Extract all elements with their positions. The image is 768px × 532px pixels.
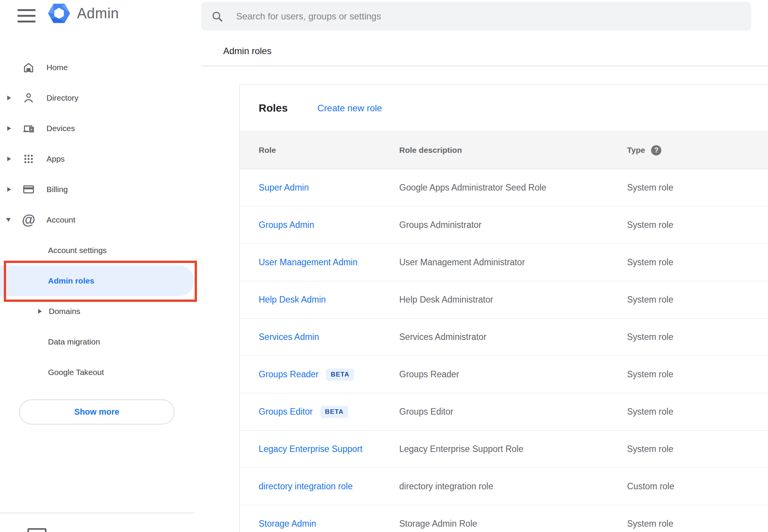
caret-right-icon[interactable] — [7, 187, 11, 192]
sidebar-item-label: Directory — [46, 93, 78, 103]
product-name: Admin — [77, 5, 119, 22]
sidebar-item-apps[interactable]: Apps — [0, 144, 202, 174]
sidebar-item-label: Apps — [46, 154, 65, 163]
directory-person-icon — [22, 91, 35, 105]
caret-right-icon[interactable] — [7, 157, 11, 161]
devices-icon — [22, 122, 35, 135]
column-header-type-label: Type — [627, 146, 645, 155]
role-description: Help Desk Administrator — [399, 295, 627, 305]
menu-bar — [18, 9, 35, 11]
sidebar-item-label: Billing — [46, 185, 68, 194]
admin-hexagon-icon — [48, 2, 70, 24]
table-body: Super AdminGoogle Apps Administrator See… — [240, 169, 768, 532]
sidebar-item-directory[interactable]: Directory — [0, 83, 202, 113]
admin-logo[interactable]: Admin — [48, 2, 119, 24]
table-row: Groups ReaderBETAGroups ReaderSystem rol… — [240, 356, 768, 393]
search-input[interactable] — [235, 11, 741, 22]
help-icon[interactable]: ? — [651, 145, 661, 155]
partial-bottom-icon — [27, 528, 46, 532]
role-link[interactable]: Legacy Enterprise Support — [259, 444, 362, 454]
role-description: Google Apps Administrator Seed Role — [399, 183, 627, 193]
table-row: Services AdminServices AdministratorSyst… — [240, 319, 768, 356]
menu-icon[interactable] — [18, 9, 35, 23]
sidebar-item-label: Google Takeout — [48, 368, 104, 377]
role-cell: Storage Admin — [259, 519, 399, 529]
table-row: Storage AdminStorage Admin RoleSystem ro… — [240, 505, 768, 532]
role-description: User Management Administrator — [399, 257, 627, 268]
role-cell: Groups Admin — [259, 220, 399, 230]
role-link[interactable]: Groups Admin — [259, 220, 314, 230]
role-type: System role — [627, 183, 768, 193]
role-description: Groups Editor — [399, 407, 627, 417]
apps-grid-icon — [22, 152, 35, 166]
sidebar-item-label: Account settings — [48, 246, 107, 255]
search-icon — [211, 10, 223, 22]
header-divider — [201, 66, 768, 66]
role-cell: Services Admin — [259, 332, 399, 342]
role-type: System role — [627, 444, 768, 454]
menu-bar — [18, 15, 35, 17]
role-type: System role — [627, 332, 768, 342]
role-description: Storage Admin Role — [399, 519, 627, 529]
column-header-role-description: Role description — [399, 146, 627, 155]
caret-right-icon[interactable] — [38, 309, 42, 314]
role-cell: Help Desk Admin — [259, 295, 399, 305]
role-link[interactable]: Groups Editor — [259, 407, 313, 417]
sidebar-item-home[interactable]: Home — [0, 52, 202, 83]
breadcrumb: Admin roles — [223, 46, 272, 56]
role-type: System role — [627, 295, 768, 305]
table-row: Help Desk AdminHelp Desk AdministratorSy… — [240, 281, 768, 319]
table-row: Groups EditorBETAGroups EditorSystem rol… — [240, 393, 768, 431]
sidebar-item-account-settings[interactable]: Account settings — [0, 235, 202, 266]
sidebar-item-label: Home — [46, 63, 68, 72]
sidebar-item-domains[interactable]: Domains — [0, 296, 202, 327]
caret-right-icon[interactable] — [7, 126, 11, 131]
show-more-button[interactable]: Show more — [19, 399, 174, 425]
sidebar-item-label: Account — [46, 215, 75, 224]
role-link[interactable]: directory integration role — [259, 481, 353, 492]
role-link[interactable]: Services Admin — [259, 332, 319, 342]
role-link[interactable]: Super Admin — [259, 183, 309, 193]
sidebar-item-label: Domains — [49, 307, 80, 316]
sidebar-item-label: Admin roles — [48, 276, 94, 285]
sidebar-item-admin-roles[interactable]: Admin roles — [0, 266, 194, 296]
role-link[interactable]: Groups Reader — [259, 369, 318, 380]
role-type: Custom role — [627, 481, 768, 492]
sidebar-item-label: Devices — [46, 124, 75, 133]
role-link[interactable]: Storage Admin — [259, 519, 316, 529]
role-cell: directory integration role — [259, 481, 399, 492]
table-row: Legacy Enterprise SupportLegacy Enterpri… — [240, 431, 768, 468]
card-title: Roles — [259, 102, 288, 114]
role-cell: User Management Admin — [259, 257, 399, 268]
menu-bar — [18, 21, 35, 22]
sidebar-item-billing[interactable]: Billing — [0, 174, 202, 205]
caret-right-icon[interactable] — [7, 96, 11, 100]
account-at-icon: @ — [22, 213, 35, 227]
create-new-role-link[interactable]: Create new role — [317, 103, 382, 114]
column-header-type: Type ? — [627, 145, 768, 155]
caret-down-icon[interactable] — [6, 218, 11, 222]
beta-badge: BETA — [320, 406, 348, 418]
sidebar-item-google-takeout[interactable]: Google Takeout — [0, 357, 202, 388]
role-description: Groups Reader — [399, 369, 627, 380]
role-type: System role — [627, 369, 768, 380]
sidebar-item-devices[interactable]: Devices — [0, 113, 202, 144]
role-link[interactable]: Help Desk Admin — [259, 295, 326, 305]
table-row: User Management AdminUser Management Adm… — [240, 244, 768, 281]
table-row: directory integration roledirectory inte… — [240, 468, 768, 505]
role-type: System role — [627, 257, 768, 268]
role-type: System role — [627, 220, 768, 230]
role-description: Services Administrator — [399, 332, 627, 342]
home-icon — [22, 61, 35, 74]
table-header-row: Role Role description Type ? — [240, 131, 768, 169]
sidebar-item-data-migration[interactable]: Data migration — [0, 327, 202, 357]
search-bar[interactable] — [201, 2, 751, 30]
role-link[interactable]: User Management Admin — [259, 257, 358, 268]
admin-console-window: Admin Admin roles Home — [0, 0, 768, 532]
role-description: Groups Administrator — [399, 220, 627, 230]
column-header-role: Role — [259, 146, 399, 155]
role-type: System role — [627, 519, 768, 529]
sidebar-item-label: Data migration — [48, 337, 100, 346]
beta-badge: BETA — [326, 369, 354, 381]
sidebar-item-account[interactable]: @ Account — [0, 205, 202, 235]
